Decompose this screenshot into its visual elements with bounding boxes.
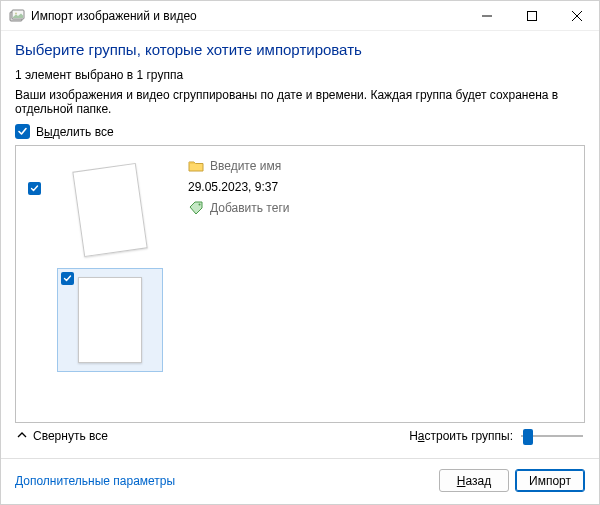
thumbnail-item[interactable] (57, 268, 163, 372)
thumbnail-checkbox[interactable] (61, 272, 74, 285)
thumbnails-column (48, 158, 172, 372)
selection-summary: 1 элемент выбрано в 1 группа (15, 68, 585, 82)
svg-line-5 (572, 11, 582, 21)
group-meta: Введите имя 29.05.2023, 9:37 Добавить те… (174, 158, 572, 372)
import-button[interactable]: Импорт (515, 469, 585, 492)
window-title: Импорт изображений и видео (31, 9, 464, 23)
select-all-checkbox[interactable] (15, 124, 30, 139)
group-granularity-slider[interactable] (521, 429, 583, 443)
group-datetime: 29.05.2023, 9:37 (188, 179, 572, 195)
more-options-link[interactable]: Дополнительные параметры (15, 474, 175, 488)
content-area: Выберите группы, которые хотите импортир… (1, 31, 599, 458)
tag-icon (188, 201, 204, 215)
adjust-groups-label: Настроить группы: (409, 429, 513, 443)
window-buttons (464, 1, 599, 30)
group-name-input[interactable]: Введите имя (210, 158, 281, 174)
svg-point-7 (198, 204, 200, 206)
thumbnail-item[interactable] (57, 158, 163, 262)
chevron-up-icon (17, 429, 27, 443)
groups-panel: Введите имя 29.05.2023, 9:37 Добавить те… (15, 145, 585, 423)
page-heading: Выберите группы, которые хотите импортир… (15, 41, 585, 58)
group-row: Введите имя 29.05.2023, 9:37 Добавить те… (16, 146, 584, 384)
minimize-button[interactable] (464, 1, 509, 30)
tags-input[interactable]: Добавить теги (210, 200, 289, 216)
slider-thumb[interactable] (523, 429, 533, 445)
maximize-button[interactable] (509, 1, 554, 30)
app-icon (9, 8, 25, 24)
back-button[interactable]: Назад (439, 469, 509, 492)
select-all-label[interactable]: Выделить все (36, 125, 114, 139)
svg-point-2 (15, 12, 17, 14)
groups-toolbar: Свернуть все Настроить группы: (15, 423, 585, 449)
footer: Дополнительные параметры Назад Импорт (1, 458, 599, 504)
group-name-row[interactable]: Введите имя (188, 158, 572, 174)
select-all-row: Выделить все (15, 124, 585, 139)
adjust-groups: Настроить группы: (409, 429, 583, 443)
svg-line-6 (572, 11, 582, 21)
close-button[interactable] (554, 1, 599, 30)
titlebar: Импорт изображений и видео (1, 1, 599, 31)
group-tags-row[interactable]: Добавить теги (188, 200, 572, 216)
folder-icon (188, 159, 204, 173)
file-thumbnail-icon (78, 277, 142, 363)
group-checkbox[interactable] (28, 182, 41, 195)
description-text: Ваши изображения и видео сгруппированы п… (15, 88, 585, 116)
collapse-all-link[interactable]: Свернуть все (17, 429, 108, 443)
file-thumbnail-icon (72, 163, 147, 257)
svg-rect-4 (527, 11, 536, 20)
